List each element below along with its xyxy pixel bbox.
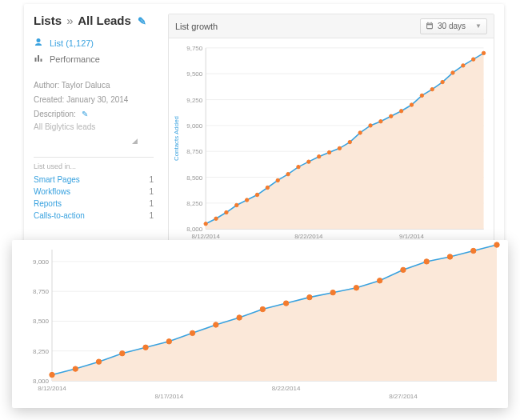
used-in-row[interactable]: Reports1 [34, 198, 154, 210]
svg-point-68 [120, 351, 125, 356]
svg-text:9,500: 9,500 [186, 70, 202, 78]
svg-point-19 [214, 217, 218, 220]
chart-panel: List growth 30 days ▼ 8,0008,2508,5008,7… [168, 14, 494, 254]
svg-point-22 [245, 198, 248, 202]
person-icon [34, 38, 45, 49]
meta-description-label: Description: [34, 110, 76, 118]
svg-point-77 [330, 290, 335, 294]
tab-list-label: List (1,127) [50, 38, 94, 48]
svg-text:8/27/2014: 8/27/2014 [389, 393, 418, 400]
svg-point-29 [318, 155, 321, 158]
svg-point-42 [451, 71, 454, 74]
edit-title-icon[interactable]: ✎ [138, 15, 146, 27]
edit-description-icon[interactable]: ✎ [82, 110, 88, 118]
svg-point-79 [377, 278, 382, 283]
used-in-row[interactable]: Smart Pages1 [34, 174, 154, 186]
svg-point-30 [327, 150, 330, 154]
used-in-row[interactable]: Workflows1 [34, 186, 154, 198]
used-in-count: 1 [149, 211, 154, 220]
svg-text:8,500: 8,500 [186, 174, 202, 182]
chevron-down-icon: ▼ [475, 22, 482, 30]
svg-point-35 [379, 120, 382, 123]
chart-body-back: 8,0008,2508,5008,7509,0009,2509,5009,750… [169, 38, 494, 253]
svg-point-21 [235, 203, 238, 206]
meta-block: Author: Taylor Daluca Created: January 3… [34, 78, 154, 147]
svg-point-71 [190, 330, 194, 335]
svg-point-18 [204, 222, 207, 226]
svg-point-26 [286, 172, 290, 175]
date-range-dropdown[interactable]: 30 days ▼ [420, 18, 487, 34]
used-in-count: 1 [149, 187, 154, 196]
svg-point-44 [472, 58, 475, 61]
svg-text:9,000: 9,000 [33, 258, 50, 266]
svg-text:8/12/2014: 8/12/2014 [192, 233, 221, 240]
used-in-label: Reports [34, 199, 62, 208]
svg-text:9/1/2014: 9/1/2014 [399, 233, 424, 240]
svg-point-20 [225, 210, 228, 214]
svg-point-25 [276, 178, 279, 182]
tab-performance-label: Performance [50, 54, 100, 64]
svg-point-78 [354, 286, 358, 290]
svg-point-23 [255, 193, 258, 196]
breadcrumb-root[interactable]: Lists [34, 14, 62, 27]
svg-point-81 [424, 259, 429, 264]
svg-point-82 [447, 254, 452, 259]
svg-point-34 [369, 124, 372, 127]
bar-chart-icon [34, 54, 45, 65]
used-in-count: 1 [149, 199, 154, 208]
used-in-label: Workflows [34, 187, 70, 196]
breadcrumb: Lists » All Leads ✎ [34, 14, 154, 27]
svg-text:8,000: 8,000 [33, 378, 50, 385]
svg-text:9,000: 9,000 [186, 122, 202, 130]
used-in-label: Smart Pages [34, 175, 80, 184]
svg-point-40 [430, 87, 434, 90]
svg-point-84 [494, 242, 499, 247]
svg-text:8,500: 8,500 [33, 318, 50, 325]
meta-author-label: Author: [34, 81, 59, 90]
svg-text:8,250: 8,250 [33, 348, 50, 355]
meta-created-label: Created: [34, 95, 64, 104]
meta-created-value: January 30, 2014 [66, 95, 128, 104]
svg-point-72 [214, 322, 218, 327]
svg-point-66 [73, 366, 78, 371]
svg-text:8/12/2014: 8/12/2014 [38, 385, 66, 392]
chart-header: List growth 30 days ▼ [169, 14, 494, 38]
svg-point-65 [50, 372, 54, 377]
used-in-count: 1 [149, 175, 154, 184]
svg-point-69 [143, 345, 148, 350]
detail-card: Lists » All Leads ✎ List (1,127) Perform… [24, 4, 504, 264]
tab-list[interactable]: List (1,127) [34, 35, 154, 51]
used-in-row[interactable]: Calls-to-action1 [34, 210, 154, 222]
svg-point-37 [399, 110, 402, 113]
calendar-icon [426, 22, 434, 31]
svg-point-83 [471, 248, 476, 253]
resize-grip-icon[interactable]: ◢ [34, 134, 138, 147]
svg-text:8,250: 8,250 [186, 200, 202, 207]
svg-point-45 [482, 51, 485, 54]
svg-text:8,750: 8,750 [33, 288, 50, 295]
svg-point-39 [420, 94, 423, 97]
meta-description-value: All Biglytics leads [34, 120, 154, 134]
svg-point-73 [237, 315, 242, 320]
svg-point-80 [401, 267, 406, 272]
tab-performance[interactable]: Performance [34, 51, 154, 67]
svg-point-43 [462, 64, 465, 67]
svg-point-24 [266, 186, 269, 189]
svg-point-38 [410, 103, 413, 106]
svg-point-28 [307, 160, 310, 163]
divider [34, 157, 154, 158]
svg-text:8/22/2014: 8/22/2014 [272, 385, 301, 392]
svg-point-70 [166, 339, 171, 344]
svg-point-75 [283, 301, 288, 306]
svg-text:Contacts Added: Contacts Added [173, 116, 180, 161]
svg-text:8,750: 8,750 [186, 148, 202, 155]
meta-author-value: Taylor Daluca [62, 81, 110, 90]
svg-point-32 [348, 140, 351, 143]
svg-point-33 [358, 131, 362, 134]
date-range-label: 30 days [438, 22, 466, 30]
used-in-label: Calls-to-action [34, 211, 85, 220]
chart-zoom-card: 8,0008,2508,5008,7509,0008/12/20148/17/2… [12, 240, 508, 408]
used-in-header: List used in... [34, 162, 154, 170]
svg-text:8,000: 8,000 [186, 226, 202, 233]
svg-point-67 [96, 359, 101, 364]
